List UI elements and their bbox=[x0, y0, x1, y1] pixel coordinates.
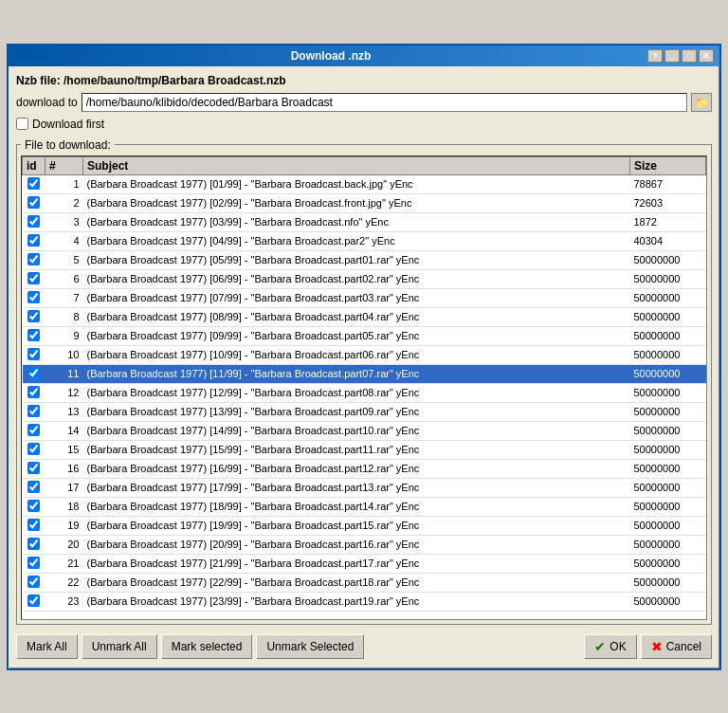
maximize-button[interactable]: □ bbox=[682, 49, 697, 63]
row-checkbox[interactable] bbox=[27, 310, 40, 322]
row-checkbox[interactable] bbox=[27, 500, 40, 512]
row-size: 50000000 bbox=[630, 497, 706, 516]
row-checkbox-cell bbox=[23, 535, 46, 554]
row-checkbox[interactable] bbox=[27, 424, 40, 436]
unmark-selected-button[interactable]: Unmark Selected bbox=[256, 634, 364, 659]
row-num: 19 bbox=[46, 516, 83, 535]
table-header: id # Subject Size bbox=[23, 156, 706, 174]
window-body: Nzb file: /home/bauno/tmp/Barbara Broadc… bbox=[9, 66, 719, 668]
table-row[interactable]: 23(Barbara Broadcast 1977) [23/99] - "Ba… bbox=[23, 592, 706, 611]
row-num: 20 bbox=[46, 535, 83, 554]
row-checkbox[interactable] bbox=[27, 576, 40, 588]
row-num: 10 bbox=[46, 345, 83, 364]
row-num: 17 bbox=[46, 478, 83, 497]
row-checkbox-cell bbox=[23, 231, 46, 250]
table-row[interactable]: 21(Barbara Broadcast 1977) [21/99] - "Ba… bbox=[23, 554, 706, 573]
row-subject: (Barbara Broadcast 1977) [03/99] - "Barb… bbox=[83, 212, 630, 231]
row-checkbox[interactable] bbox=[27, 519, 40, 531]
mark-selected-button[interactable]: Mark selected bbox=[161, 634, 253, 659]
row-checkbox[interactable] bbox=[27, 367, 40, 379]
row-size: 50000000 bbox=[630, 592, 706, 611]
files-table: id # Subject Size 1(Barbara Broadcast 19… bbox=[22, 156, 706, 612]
row-num: 2 bbox=[46, 193, 83, 212]
row-size: 40304 bbox=[630, 231, 706, 250]
ok-check-icon: ✔ bbox=[594, 639, 606, 654]
row-checkbox[interactable] bbox=[27, 594, 40, 607]
row-subject: (Barbara Broadcast 1977) [06/99] - "Barb… bbox=[83, 269, 630, 288]
mark-all-button[interactable]: Mark All bbox=[16, 634, 78, 659]
table-row[interactable]: 13(Barbara Broadcast 1977) [13/99] - "Ba… bbox=[23, 402, 706, 421]
download-first-label: Download first bbox=[32, 118, 104, 131]
table-container[interactable]: id # Subject Size 1(Barbara Broadcast 19… bbox=[21, 155, 707, 620]
table-row[interactable]: 15(Barbara Broadcast 1977) [15/99] - "Ba… bbox=[23, 440, 706, 459]
row-checkbox-cell bbox=[23, 174, 46, 193]
table-row[interactable]: 12(Barbara Broadcast 1977) [12/99] - "Ba… bbox=[23, 383, 706, 402]
row-checkbox[interactable] bbox=[27, 177, 40, 190]
row-checkbox[interactable] bbox=[27, 215, 40, 228]
download-first-checkbox[interactable] bbox=[16, 118, 28, 130]
table-row[interactable]: 22(Barbara Broadcast 1977) [22/99] - "Ba… bbox=[23, 573, 706, 592]
row-size: 50000000 bbox=[630, 326, 706, 345]
table-row[interactable]: 1(Barbara Broadcast 1977) [01/99] - "Bar… bbox=[23, 174, 706, 193]
row-size: 50000000 bbox=[630, 345, 706, 364]
row-checkbox[interactable] bbox=[27, 253, 40, 265]
table-row[interactable]: 10(Barbara Broadcast 1977) [10/99] - "Ba… bbox=[23, 345, 706, 364]
table-row[interactable]: 11(Barbara Broadcast 1977) [11/99] - "Ba… bbox=[23, 364, 706, 383]
download-to-input[interactable] bbox=[82, 93, 687, 112]
btn-group-left: Mark All Unmark All Mark selected Unmark… bbox=[16, 634, 364, 659]
minimize-button[interactable]: _ bbox=[664, 49, 680, 63]
row-checkbox-cell bbox=[23, 193, 46, 212]
table-row[interactable]: 7(Barbara Broadcast 1977) [07/99] - "Bar… bbox=[23, 288, 706, 307]
ok-button[interactable]: ✔ OK bbox=[584, 634, 636, 659]
row-checkbox[interactable] bbox=[27, 481, 40, 493]
table-row[interactable]: 3(Barbara Broadcast 1977) [03/99] - "Bar… bbox=[23, 212, 706, 231]
table-row[interactable]: 16(Barbara Broadcast 1977) [16/99] - "Ba… bbox=[23, 459, 706, 478]
row-checkbox-cell bbox=[23, 307, 46, 326]
help-button[interactable]: ? bbox=[647, 49, 663, 63]
row-num: 9 bbox=[46, 326, 83, 345]
unmark-all-button[interactable]: Unmark All bbox=[82, 634, 157, 659]
table-row[interactable]: 4(Barbara Broadcast 1977) [04/99] - "Bar… bbox=[23, 231, 706, 250]
row-checkbox[interactable] bbox=[27, 462, 40, 474]
cancel-button[interactable]: ✖ Cancel bbox=[641, 634, 712, 659]
row-subject: (Barbara Broadcast 1977) [12/99] - "Barb… bbox=[83, 383, 630, 402]
row-checkbox[interactable] bbox=[27, 557, 40, 569]
table-row[interactable]: 14(Barbara Broadcast 1977) [14/99] - "Ba… bbox=[23, 421, 706, 440]
row-checkbox[interactable] bbox=[27, 405, 40, 417]
row-checkbox[interactable] bbox=[27, 234, 40, 247]
row-size: 50000000 bbox=[630, 535, 706, 554]
row-checkbox[interactable] bbox=[27, 386, 40, 398]
row-checkbox[interactable] bbox=[27, 291, 40, 303]
row-checkbox-cell bbox=[23, 459, 46, 478]
row-num: 11 bbox=[46, 364, 83, 383]
table-row[interactable]: 2(Barbara Broadcast 1977) [02/99] - "Bar… bbox=[23, 193, 706, 212]
download-first-row: Download first bbox=[16, 118, 712, 131]
table-row[interactable]: 5(Barbara Broadcast 1977) [05/99] - "Bar… bbox=[23, 250, 706, 269]
row-checkbox[interactable] bbox=[27, 329, 40, 341]
row-checkbox[interactable] bbox=[27, 348, 40, 360]
row-num: 14 bbox=[46, 421, 83, 440]
row-size: 50000000 bbox=[630, 307, 706, 326]
row-size: 50000000 bbox=[630, 421, 706, 440]
row-checkbox[interactable] bbox=[27, 443, 40, 455]
btn-group-right: ✔ OK ✖ Cancel bbox=[584, 634, 712, 659]
row-checkbox[interactable] bbox=[27, 538, 40, 550]
row-checkbox[interactable] bbox=[27, 272, 40, 284]
table-row[interactable]: 19(Barbara Broadcast 1977) [19/99] - "Ba… bbox=[23, 516, 706, 535]
row-size: 50000000 bbox=[630, 459, 706, 478]
table-row[interactable]: 17(Barbara Broadcast 1977) [17/99] - "Ba… bbox=[23, 478, 706, 497]
cancel-label: Cancel bbox=[666, 640, 701, 653]
row-subject: (Barbara Broadcast 1977) [13/99] - "Barb… bbox=[83, 402, 630, 421]
table-row[interactable]: 20(Barbara Broadcast 1977) [20/99] - "Ba… bbox=[23, 535, 706, 554]
row-subject: (Barbara Broadcast 1977) [11/99] - "Barb… bbox=[83, 364, 630, 383]
row-checkbox-cell bbox=[23, 497, 46, 516]
table-row[interactable]: 18(Barbara Broadcast 1977) [18/99] - "Ba… bbox=[23, 497, 706, 516]
close-button[interactable]: ✕ bbox=[699, 49, 714, 63]
row-checkbox[interactable] bbox=[27, 196, 40, 209]
table-row[interactable]: 6(Barbara Broadcast 1977) [06/99] - "Bar… bbox=[23, 269, 706, 288]
ok-label: OK bbox=[610, 640, 626, 653]
table-row[interactable]: 8(Barbara Broadcast 1977) [08/99] - "Bar… bbox=[23, 307, 706, 326]
folder-button[interactable]: 📁 bbox=[691, 93, 712, 112]
table-row[interactable]: 9(Barbara Broadcast 1977) [09/99] - "Bar… bbox=[23, 326, 706, 345]
col-header-subject: Subject bbox=[83, 156, 630, 174]
